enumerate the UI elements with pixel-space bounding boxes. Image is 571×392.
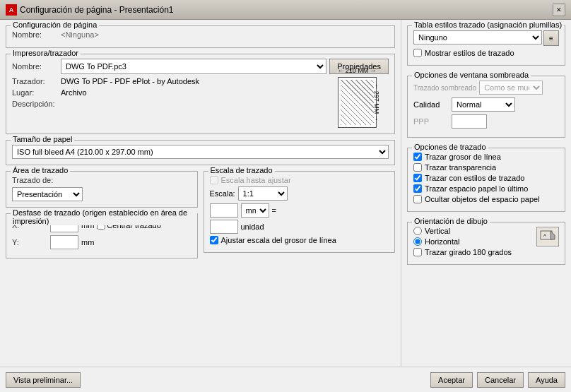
ajustar-checkbox[interactable] [210,236,218,244]
y-input[interactable]: 0.00 [50,235,78,249]
orientation-icon: A [536,227,559,247]
style-table-icon-btn[interactable]: ≡ [543,30,559,46]
printer-label: Impresora/trazador [11,49,81,57]
lugar-label: Lugar: [12,88,58,97]
lugar-row: Lugar: Archivo [12,88,319,97]
opt4-label: Trazar espacio papel lo último [425,184,528,193]
scale-label: Escala de trazado [208,166,275,174]
ppp-input[interactable]: 100 [452,114,487,129]
descripcion-row: Descripción: [12,100,319,108]
mostrar-estilos-checkbox[interactable] [413,49,422,57]
trazado-sombreado-row: Trazado sombreado Como se muestra [413,81,559,95]
mostrar-estilos-label: Mostrar estilos de trazado [425,49,514,57]
opt4-row: Trazar espacio papel lo último [413,184,559,193]
opt3-row: Trazar con estilos de trazado [413,174,559,182]
right-panel-content: Tabla estilos trazado (asignación plumil… [407,25,565,271]
y-unit: mm [81,238,94,247]
titlebar-controls: ✕ [553,4,565,16]
trazado-sombreado-label: Trazado sombreado [413,84,476,92]
opt1-row: Trazar grosor de línea [413,153,559,161]
nombre-row: Nombre: <Ninguna> [12,30,389,39]
trazado-de-row: Trazado de: [12,176,192,184]
ajustar-label: Ajustar escala del grosor de línea [221,236,336,244]
opt3-checkbox[interactable] [413,174,422,182]
offset-section: Desfase de trazado (origen establecido e… [6,213,198,259]
printer-section: Impresora/trazador Nombre: DWG To PDF.pc… [6,54,395,134]
bottom-bar: Vista preliminar... Aceptar Cancelar Ayu… [0,367,571,392]
mm-select[interactable]: mm [241,203,269,218]
y-label: Y: [12,238,47,247]
scale-section: Escala de trazado Escala hasta ajustar E… [204,171,396,253]
page-config-label: Configuración de página [11,20,99,29]
girado-label: Trazar girado 180 grados [425,248,512,256]
paper-height: 297 MM [373,91,380,114]
equals-sign: = [272,206,276,215]
aceptar-button[interactable]: Aceptar [430,372,473,388]
escala-row: Escala: 1:1 [210,186,389,201]
escala-select[interactable]: 1:1 [238,186,288,201]
ayuda-button[interactable]: Ayuda [528,372,565,388]
paper-preview-area: ← 210 MM → ← 297 MM → [325,77,389,128]
unit2-text: unidad [241,222,264,231]
offset-label: Desfase de trazado (origen establecido e… [11,208,197,225]
escala-hasta-row: Escala hasta ajustar [210,176,389,184]
scale-val1-row: 1 mm = [210,203,389,218]
scale-val2-row: 1 unidad [210,220,389,234]
cancelar-button[interactable]: Cancelar [477,372,524,388]
close-button[interactable]: ✕ [553,4,565,16]
style-table-section: Tabla estilos trazado (asignación plumil… [407,25,565,66]
opt1-checkbox[interactable] [413,153,422,161]
style-table-select[interactable]: Ninguno [413,30,542,44]
vertical-radio[interactable] [413,227,422,235]
opt5-label: Ocultar objetos del espacio papel [425,195,540,203]
paper-size-select[interactable]: ISO full bleed A4 (210.00 x 297.00 mm) [12,145,389,159]
nombre-label: Nombre: [12,30,58,39]
escala-hasta-label: Escala hasta ajustar [221,176,291,184]
paper-size-label: Tamaño de papel [11,135,74,143]
trace-area-section: Área de trazado Trazado de: Presentación [6,171,198,208]
printer-info-preview: Trazador: DWG To PDF - PDF ePlot - by Au… [12,77,389,128]
horizontal-radio[interactable] [413,237,422,246]
style-table-label: Tabla estilos trazado (asignación plumil… [412,20,564,29]
calidad-select[interactable]: Normal [452,97,515,112]
trazador-row: Trazador: DWG To PDF - PDF ePlot - by Au… [12,77,319,85]
paper-preview-container: ← 210 MM → ← 297 MM → [338,77,377,128]
mostrar-estilos-row: Mostrar estilos de trazado [413,49,559,57]
calidad-label: Calidad [413,100,449,109]
opt2-row: Trazar transparencia [413,163,559,172]
opt2-label: Trazar transparencia [425,163,496,172]
calidad-row: Calidad Normal [413,97,559,112]
style-table-row: Ninguno ≡ [413,30,559,46]
opt2-checkbox[interactable] [413,163,422,172]
scale-val1[interactable]: 1 [210,203,238,218]
orientation-options: Vertical Horizontal Trazar girado 180 gr… [413,227,512,259]
paper-preview [338,77,377,128]
printer-select[interactable]: DWG To PDF.pc3 [61,59,326,74]
paper-width: 210 MM [346,67,369,74]
opt5-checkbox[interactable] [413,195,422,203]
lower-sections: Área de trazado Trazado de: Presentación… [6,171,395,264]
main-content: Configuración de página Nombre: <Ninguna… [0,20,571,367]
paper-hatch [341,80,374,125]
scale-val2[interactable]: 1 [210,220,238,234]
trazado-de-label: Trazado de: [12,176,58,184]
como-select[interactable]: Como se muestra [479,81,543,95]
girado-row: Trazar girado 180 grados [413,248,512,256]
printer-nombre-row: Nombre: DWG To PDF.pc3 Propiedades [12,59,389,74]
printer-nombre-label: Nombre: [12,62,58,71]
orientation-section: Orientación de dibujo Vertical Horizonta… [407,222,565,265]
svg-marker-1 [551,231,555,239]
girado-checkbox[interactable] [413,248,422,256]
trazador-label: Trazador: [12,77,58,85]
lugar-value: Archivo [61,88,87,97]
escala-hasta-checkbox[interactable] [210,176,218,184]
trace-options-label: Opciones de trazado [412,143,488,151]
shaded-label: Opciones de ventana sombreada [412,71,531,79]
vertical-row: Vertical [413,227,512,235]
horizontal-row: Horizontal [413,237,512,246]
trazado-de-select[interactable]: Presentación [12,187,83,201]
right-panel: Tabla estilos trazado (asignación plumil… [401,20,571,367]
y-row: Y: 0.00 mm [12,235,192,249]
opt4-checkbox[interactable] [413,184,422,193]
preview-button[interactable]: Vista preliminar... [6,372,81,388]
